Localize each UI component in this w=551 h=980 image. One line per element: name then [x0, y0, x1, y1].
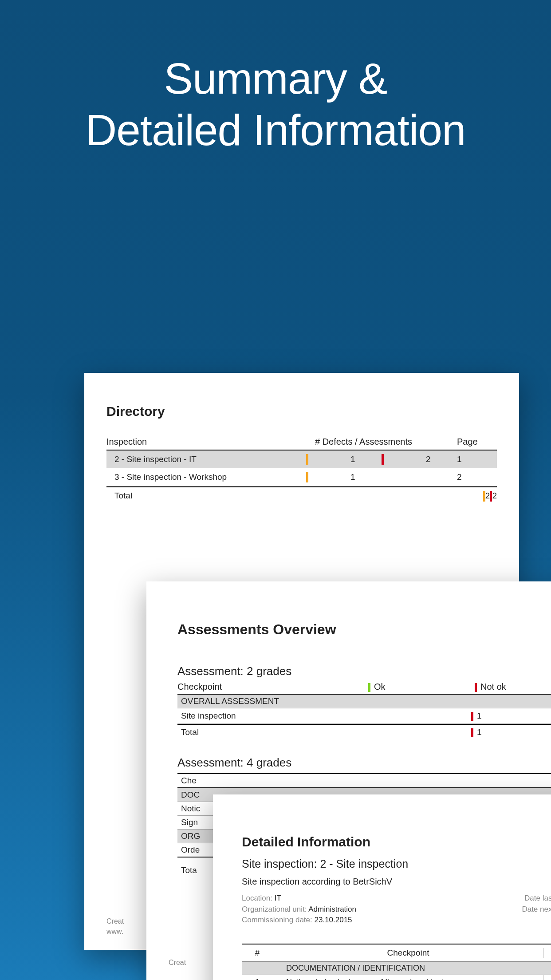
grades2-col-notok: Not ok	[475, 682, 551, 692]
directory-row: 2 - Site inspection - IT 1 2 1	[106, 450, 497, 468]
th-checkpoint: Checkpoint	[273, 948, 543, 958]
directory-total-v1: 2	[485, 491, 490, 504]
bar-red-icon	[382, 454, 384, 465]
th-num: #	[242, 948, 273, 958]
directory-title: Directory	[106, 404, 497, 419]
detailed-title: Detailed Information	[242, 834, 551, 850]
footer-line: www.	[106, 927, 124, 937]
meta-comm-key: Commissioning date:	[242, 916, 312, 924]
directory-total-row: Total 2 2	[106, 487, 497, 507]
directory-total-v2: 2	[492, 491, 497, 504]
detailed-meta: Location: IT Organizational unit: Admini…	[242, 893, 551, 926]
sheet1-footer: Creat www.	[106, 917, 124, 937]
sheet2-footer: Creat	[169, 958, 186, 968]
grades2-row-notok: 1	[471, 711, 551, 721]
row1-assessment: To be fixed	[543, 975, 551, 980]
detailed-subtitle: Site inspection: 2 - Site inspection	[242, 858, 551, 870]
grades4-subtitle: Assessment: 4 grades	[177, 756, 551, 770]
grades2-total-label: Total	[181, 727, 365, 737]
tick-green-icon	[368, 683, 370, 692]
detailed-according: Site inspection according to BetrSichV	[242, 877, 551, 887]
stage: Directory Inspection # Defects / Assessm…	[0, 0, 551, 980]
grades2-row-label: Site inspection	[181, 711, 365, 721]
directory-row: 3 - Site inspection - Workshop 1 2	[106, 468, 497, 486]
directory-row-page: 1	[457, 454, 497, 464]
directory-row-label: 3 - Site inspection - Workshop	[114, 472, 306, 482]
grades2-row: Site inspection 1	[177, 708, 551, 724]
grades2-col-checkpoint: Checkpoint	[177, 682, 368, 692]
directory-header-row: Inspection # Defects / Assessments Page	[106, 437, 497, 450]
sheet-detailed: Detailed Information Site inspection: 2 …	[213, 794, 551, 980]
detailed-thead: # Checkpoint Assessment	[242, 944, 551, 962]
grades2-total-notok: 1	[471, 727, 551, 737]
grades2-total: Total 1	[177, 724, 551, 740]
grades2-subtitle: Assessment: 2 grades	[177, 664, 551, 678]
directory-col-inspection: Inspection	[106, 437, 315, 447]
grades2-col-ok: Ok	[368, 682, 475, 692]
meta-comm-val: 23.10.2015	[314, 916, 352, 924]
grades2-header: Checkpoint Ok Not ok	[177, 682, 551, 695]
bar-orange-icon	[306, 472, 308, 482]
row1-notice: Notice - behavior in case of fire and ac…	[286, 978, 539, 980]
meta-last-key: Date last inspection:	[524, 894, 551, 902]
bar-orange-icon	[306, 454, 308, 465]
detailed-table: # Checkpoint Assessment DOCUMENTATION / …	[242, 944, 551, 980]
directory-col-page: Page	[457, 437, 497, 447]
tick-red-icon	[471, 712, 473, 721]
table-row: 1 Notice - behavior in case of fire and …	[242, 975, 551, 980]
directory-row-defects: 1	[350, 472, 382, 482]
section-documentation: DOCUMENTATION / IDENTIFICATION	[242, 962, 551, 975]
grades2-section: OVERALL ASSESSMENT	[177, 695, 551, 708]
directory-row-page: 2	[457, 472, 497, 482]
meta-org-key: Organizational unit:	[242, 905, 307, 913]
row-num: 1	[242, 975, 273, 980]
meta-location-key: Location:	[242, 894, 272, 902]
directory-col-defects: # Defects / Assessments	[315, 437, 457, 447]
directory-row-assessments: 2	[426, 454, 457, 464]
directory-row-label: 2 - Site inspection - IT	[114, 454, 306, 464]
footer-line: Creat	[106, 917, 124, 926]
tick-red-icon	[471, 728, 473, 737]
meta-location-val: IT	[275, 894, 281, 902]
th-assessment: Assessment	[543, 948, 551, 958]
assessments-title: Assessments Overview	[177, 621, 551, 638]
grades4-stub: Che	[177, 774, 551, 788]
meta-org-val: Administration	[308, 905, 356, 913]
tick-red-icon	[475, 683, 477, 692]
directory-total-label: Total	[114, 491, 483, 504]
meta-next-key: Date next inspection:	[522, 905, 551, 913]
directory-row-defects: 1	[350, 454, 382, 464]
